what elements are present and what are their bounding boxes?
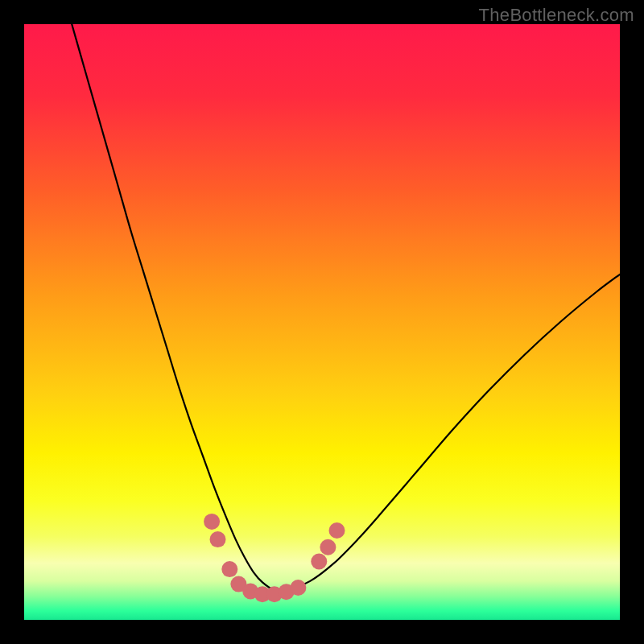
curve-marker-dot [221, 561, 237, 577]
curve-marker-dot [329, 522, 345, 539]
curve-marker-dot [320, 539, 336, 555]
watermark-text: TheBottleneck.com [479, 5, 634, 26]
curve-marker-dot [210, 531, 226, 547]
curve-marker-dot [290, 580, 306, 596]
bottleneck-chart [24, 24, 620, 620]
curve-marker-dot [204, 514, 220, 530]
plot-background [24, 24, 620, 620]
chart-frame: TheBottleneck.com [0, 0, 644, 644]
curve-marker-dot [311, 553, 327, 569]
